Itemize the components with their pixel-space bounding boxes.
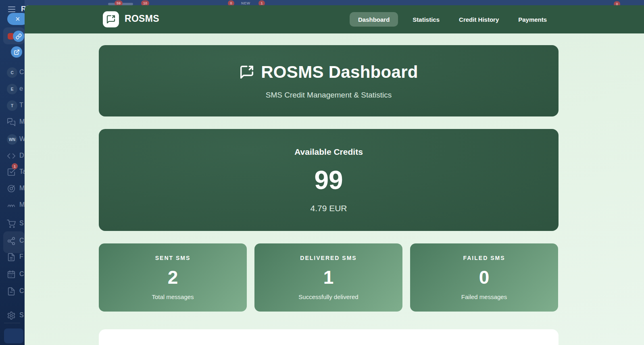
sidebar-item-label: C — [19, 237, 24, 244]
stat-caption: Total messages — [152, 293, 194, 300]
sidebar-item-avatar[interactable]: E — [7, 84, 17, 94]
sidebar-item-label: M — [19, 185, 25, 192]
stat-value: 1 — [323, 268, 334, 287]
gear-icon[interactable] — [7, 311, 16, 320]
external-link-icon — [14, 49, 20, 55]
sidebar-item-avatar[interactable]: C — [7, 67, 17, 78]
credits-value: 99 — [314, 167, 343, 193]
sidebar-item-label: C — [19, 287, 24, 295]
page-title: ROSMS Dashboard — [261, 62, 418, 82]
app-header: ROSMS Dashboard Statistics Credit Histor… — [25, 5, 644, 33]
chat-bubbles-icon[interactable] — [7, 118, 16, 127]
message-share-icon — [239, 64, 254, 80]
stat-label: SENT SMS — [155, 255, 191, 261]
stat-value: 2 — [168, 268, 178, 287]
sidebar-item-label: D — [19, 152, 24, 159]
sidebar-item-label: C — [19, 270, 24, 278]
failed-sms-card: FAILED SMS 0 Failed messages — [410, 243, 558, 312]
sidebar-item-label: M — [19, 118, 25, 125]
sidebar-item-avatar[interactable]: WN — [7, 134, 17, 145]
target-icon[interactable] — [7, 184, 16, 193]
sidebar-item-avatar[interactable]: T — [7, 100, 17, 111]
stat-value: 0 — [479, 268, 490, 287]
available-credits-card: Available Credits 99 4.79 EUR — [99, 129, 559, 231]
tab-credit-history[interactable]: Credit History — [454, 12, 504, 27]
tab-statistics[interactable]: Statistics — [408, 12, 444, 27]
copy-link-button[interactable] — [13, 31, 24, 42]
tasks-badge: 1 — [12, 163, 18, 169]
message-share-icon — [106, 15, 116, 24]
tab-payments[interactable]: Payments — [513, 12, 552, 27]
sent-sms-card: SENT SMS 2 Total messages — [99, 243, 247, 312]
app-sidebar: R C C E e T T M WN W D 1 Ta M — [0, 0, 25, 345]
content-panel — [99, 329, 559, 345]
sidebar-item-label: C — [19, 69, 24, 76]
cart-icon[interactable] — [7, 219, 16, 228]
new-tab-label: NEW — [241, 1, 250, 5]
code-icon[interactable] — [7, 152, 16, 160]
delivered-sms-card: DELIVERED SMS 1 Successfully delivered — [254, 243, 402, 312]
rosms-app-overlay: ROSMS Dashboard Statistics Credit Histor… — [25, 5, 644, 345]
sidebar-item-label: S — [19, 312, 24, 319]
sidebar-item-label: F — [19, 253, 23, 260]
sidebar-item-label: e — [19, 85, 23, 92]
close-icon — [15, 16, 21, 22]
waves-icon[interactable] — [7, 201, 16, 210]
rosms-logo — [103, 11, 119, 27]
tab-dashboard[interactable]: Dashboard — [350, 12, 398, 27]
main-nav: Dashboard Statistics Credit History Paym… — [350, 12, 552, 27]
open-external-button[interactable] — [11, 46, 22, 58]
sidebar-item-label: T — [19, 102, 23, 109]
sidebar-bottom-button[interactable] — [4, 328, 23, 343]
stats-row: SENT SMS 2 Total messages DELIVERED SMS … — [99, 243, 559, 312]
file-icon[interactable] — [7, 287, 16, 296]
sidebar-item-label: M — [19, 201, 25, 208]
calendar-icon[interactable] — [7, 270, 16, 279]
stat-caption: Successfully delivered — [298, 293, 358, 300]
page-subtitle: SMS Credit Management & Statistics — [266, 91, 392, 100]
stat-caption: Failed messages — [461, 293, 507, 300]
sidebar-item-label: S — [19, 220, 24, 227]
hero-card: ROSMS Dashboard SMS Credit Management & … — [99, 45, 559, 116]
brand-name: ROSMS — [125, 13, 159, 24]
share-nodes-icon[interactable] — [7, 237, 16, 245]
stat-label: DELIVERED SMS — [300, 255, 356, 261]
credits-eur-value: 4.79 EUR — [310, 204, 347, 213]
stat-label: FAILED SMS — [463, 255, 505, 261]
credits-title: Available Credits — [294, 147, 363, 157]
sidebar-divider — [4, 323, 20, 323]
file-text-icon[interactable] — [7, 253, 16, 262]
link-icon — [16, 33, 22, 39]
